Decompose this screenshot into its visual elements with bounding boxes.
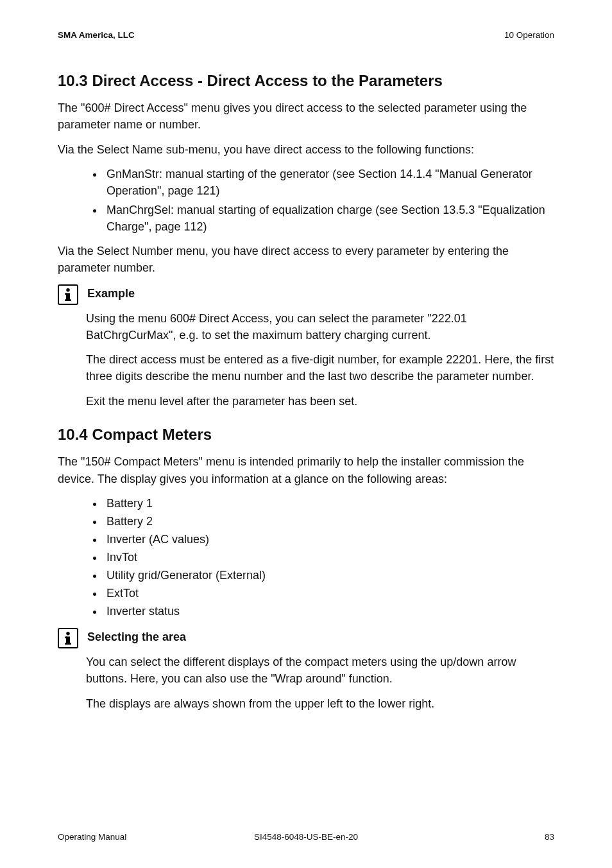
page-footer: Operating Manual SI4548-6048-US-BE-en-20… — [58, 831, 554, 844]
body-text: The "150# Compact Meters" menu is intend… — [58, 453, 554, 487]
header-company: SMA America, LLC — [58, 29, 135, 42]
bullet-list: GnManStr: manual starting of the generat… — [58, 166, 554, 235]
footer-left: Operating Manual — [58, 831, 126, 844]
section-heading-10-4: 10.4 Compact Meters — [58, 424, 554, 446]
svg-point-4 — [66, 632, 70, 636]
svg-rect-6 — [65, 637, 67, 639]
svg-rect-7 — [65, 643, 71, 645]
body-text: The direct access must be entered as a f… — [86, 351, 554, 385]
info-note: Selecting the area — [58, 627, 554, 648]
list-item: ManChrgSel: manual starting of equalizat… — [104, 202, 554, 235]
svg-rect-2 — [65, 293, 67, 295]
section-heading-10-3: 10.3 Direct Access - Direct Access to th… — [58, 70, 554, 92]
body-text: Via the Select Name sub-menu, you have d… — [58, 141, 554, 158]
note-title: Selecting the area — [87, 627, 186, 645]
body-text: The "600# Direct Access" menu gives you … — [58, 100, 554, 133]
body-text: The displays are always shown from the u… — [86, 695, 554, 712]
info-icon — [58, 284, 78, 305]
body-text: Via the Select Number menu, you have dir… — [58, 243, 554, 276]
header-chapter: 10 Operation — [504, 29, 554, 42]
note-title: Example — [87, 284, 135, 302]
page-header: SMA America, LLC 10 Operation — [58, 29, 554, 42]
list-item: Utility grid/Generator (External) — [104, 567, 554, 584]
footer-center: SI4548-6048-US-BE-en-20 — [254, 831, 358, 844]
note-body: You can select the different displays of… — [86, 654, 554, 711]
footer-page-number: 83 — [545, 831, 554, 844]
note-body: Using the menu 600# Direct Access, you c… — [86, 310, 554, 409]
list-item: InvTot — [104, 549, 554, 566]
list-item: ExtTot — [104, 585, 554, 602]
list-item: Inverter status — [104, 603, 554, 620]
info-note: Example — [58, 284, 554, 305]
body-text: Exit the menu level after the parameter … — [86, 393, 554, 410]
list-item: Battery 1 — [104, 495, 554, 512]
svg-rect-3 — [65, 299, 71, 301]
list-item: Inverter (AC values) — [104, 531, 554, 548]
list-item: Battery 2 — [104, 513, 554, 530]
bullet-list: Battery 1 Battery 2 Inverter (AC values)… — [58, 495, 554, 620]
list-item: GnManStr: manual starting of the generat… — [104, 166, 554, 199]
body-text: Using the menu 600# Direct Access, you c… — [86, 310, 554, 343]
svg-point-0 — [66, 288, 70, 292]
info-icon — [58, 628, 78, 648]
body-text: You can select the different displays of… — [86, 654, 554, 687]
